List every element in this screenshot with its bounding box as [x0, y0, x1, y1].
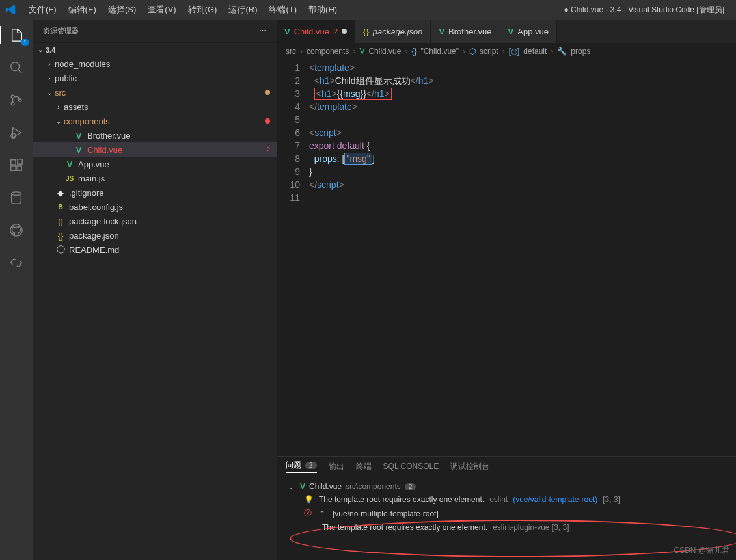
file-icon: V	[73, 145, 85, 155]
breadcrumb-item[interactable]: "Child.vue"	[420, 47, 459, 56]
menu-item[interactable]: 文件(F)	[23, 1, 62, 18]
tree-label: components	[64, 116, 265, 126]
breadcrumb-item[interactable]: components	[307, 47, 349, 56]
file-icon: V	[73, 131, 85, 140]
remote-icon[interactable]	[7, 254, 25, 272]
tree-row[interactable]: VApp.vue	[33, 157, 277, 171]
problem-source: eslint-plugin-vue [3, 3]	[493, 523, 569, 532]
window-title: ● Child.vue - 3.4 - Visual Studio Code […	[564, 5, 724, 16]
tab-label: Brother.vue	[448, 27, 492, 36]
menu-item[interactable]: 终端(T)	[264, 1, 302, 18]
extensions-icon[interactable]	[7, 156, 25, 174]
breadcrumb-item[interactable]: default	[523, 47, 547, 56]
tree-row[interactable]: ›node_modules	[33, 57, 277, 71]
tree-row[interactable]: JSmain.js	[33, 171, 277, 185]
problem-item[interactable]: 💡 The template root requires exactly one…	[286, 493, 727, 506]
modified-dot	[265, 90, 270, 95]
activity-bar: 1	[0, 20, 33, 560]
github-icon[interactable]	[7, 221, 25, 239]
breadcrumb-item[interactable]: props	[571, 47, 590, 56]
panel-tab[interactable]: 问题2	[286, 460, 317, 473]
problem-message: The template root requires exactly one e…	[322, 523, 487, 532]
tree-row[interactable]: ◆.gitignore	[33, 185, 277, 200]
breadcrumb-icon: [◎]	[509, 47, 520, 56]
breadcrumb-icon: {}	[411, 47, 416, 56]
editor-tabs: VChild.vue2{}package.jsonVBrother.vueVAp…	[277, 20, 736, 43]
modified-dot	[342, 29, 347, 34]
editor-tab[interactable]: {}package.json	[355, 20, 431, 43]
menu-bar: 文件(F)编辑(E)选择(S)查看(V)转到(G)运行(R)终端(T)帮助(H)	[23, 1, 342, 18]
run-debug-icon[interactable]	[7, 124, 25, 142]
problem-item[interactable]: ⓧ ⌃ [vue/no-multiple-template-root]	[286, 506, 727, 521]
svg-rect-6	[11, 166, 16, 170]
breadcrumb-item[interactable]: src	[286, 47, 296, 56]
panel-tab[interactable]: SQL CONSOLE	[383, 462, 439, 471]
svg-point-2	[11, 102, 14, 105]
explorer-icon[interactable]: 1	[0, 26, 32, 44]
menu-item[interactable]: 运行(R)	[223, 1, 262, 18]
root-folder-label: 3.4	[46, 46, 55, 54]
problem-file-count: 2	[405, 483, 416, 490]
breadcrumb-separator: ›	[353, 47, 355, 56]
breadcrumb-item[interactable]: script	[480, 47, 498, 56]
source-control-icon[interactable]	[7, 91, 25, 109]
vscode-logo-icon	[5, 5, 16, 15]
problem-message: The template root requires exactly one e…	[319, 495, 484, 504]
tree-row[interactable]: ⓘREADME.md	[33, 243, 277, 257]
menu-item[interactable]: 转到(G)	[183, 1, 223, 18]
problem-file-row[interactable]: ⌄ V Child.vue src\components 2	[286, 480, 727, 493]
tree-label: App.vue	[78, 159, 270, 169]
tab-label: package.json	[373, 27, 423, 36]
tab-error-count: 2	[333, 27, 338, 36]
bottom-panel: 问题2输出终端SQL CONSOLE调试控制台 ⌄ V Child.vue sr…	[277, 456, 736, 560]
tree-row[interactable]: {}package-lock.json	[33, 214, 277, 228]
menu-item[interactable]: 帮助(H)	[303, 1, 342, 18]
breadcrumb-separator: ›	[300, 47, 303, 56]
tree-row[interactable]: ›assets	[33, 100, 277, 114]
watermark: CSDN @猪儿君	[674, 545, 729, 556]
tree-row[interactable]: VChild.vue2	[33, 142, 277, 157]
menu-item[interactable]: 编辑(E)	[63, 1, 102, 18]
problem-rule-link[interactable]: (vue/valid-template-root)	[513, 495, 597, 504]
file-tree: ›node_modules›public⌄src›assets⌄componen…	[33, 57, 277, 560]
problem-rule: [vue/no-multiple-template-root]	[333, 509, 439, 518]
more-icon[interactable]: ⋯	[259, 27, 266, 35]
tree-row[interactable]: Bbabel.config.js	[33, 200, 277, 214]
database-icon[interactable]	[7, 189, 25, 207]
editor-tab[interactable]: VBrother.vue	[431, 20, 500, 43]
panel-tab[interactable]: 调试控制台	[450, 461, 489, 472]
menu-item[interactable]: 查看(V)	[143, 1, 181, 18]
svg-rect-5	[11, 160, 16, 165]
code-content[interactable]: <template> <h1>Child组件显示成功</h1> <h1>{{ms…	[309, 60, 736, 456]
problem-item[interactable]: The template root requires exactly one e…	[286, 521, 727, 534]
tab-icon: {}	[363, 27, 369, 36]
line-gutter: 1234567891011	[277, 60, 309, 456]
svg-point-3	[18, 99, 21, 102]
tree-row[interactable]: ›public	[33, 71, 277, 85]
tab-label: App.vue	[517, 27, 549, 36]
twisty-icon: ›	[44, 60, 55, 68]
breadcrumbs[interactable]: src›components›VChild.vue›{}"Child.vue"›…	[277, 43, 736, 60]
breadcrumb-icon: ⬡	[469, 47, 476, 56]
breadcrumb-item[interactable]: Child.vue	[368, 47, 401, 56]
tree-row[interactable]: ⌄src	[33, 85, 277, 100]
explorer-badge: 1	[21, 39, 29, 46]
tree-row[interactable]: ⌄components	[33, 114, 277, 128]
breadcrumb-separator: ›	[502, 47, 505, 56]
code-editor[interactable]: 1234567891011 <template> <h1>Child组件显示成功…	[277, 60, 736, 456]
twisty-icon: ⌄	[44, 89, 55, 96]
search-icon[interactable]	[7, 59, 25, 77]
editor-area: VChild.vue2{}package.jsonVBrother.vueVAp…	[277, 20, 736, 560]
folder-section[interactable]: ⌄3.4	[33, 42, 277, 57]
problem-source: eslint	[489, 495, 508, 504]
panel-tab[interactable]: 输出	[329, 461, 344, 472]
tree-row[interactable]: VBrother.vue	[33, 128, 277, 142]
panel-tab[interactable]: 终端	[356, 461, 372, 472]
breadcrumb-separator: ›	[463, 47, 465, 56]
twisty-icon: ›	[44, 75, 55, 82]
tree-row[interactable]: {}package.json	[33, 228, 277, 243]
file-icon: {}	[55, 231, 66, 241]
menu-item[interactable]: 选择(S)	[103, 1, 141, 18]
editor-tab[interactable]: VApp.vue	[500, 20, 557, 43]
editor-tab[interactable]: VChild.vue2	[277, 20, 355, 43]
